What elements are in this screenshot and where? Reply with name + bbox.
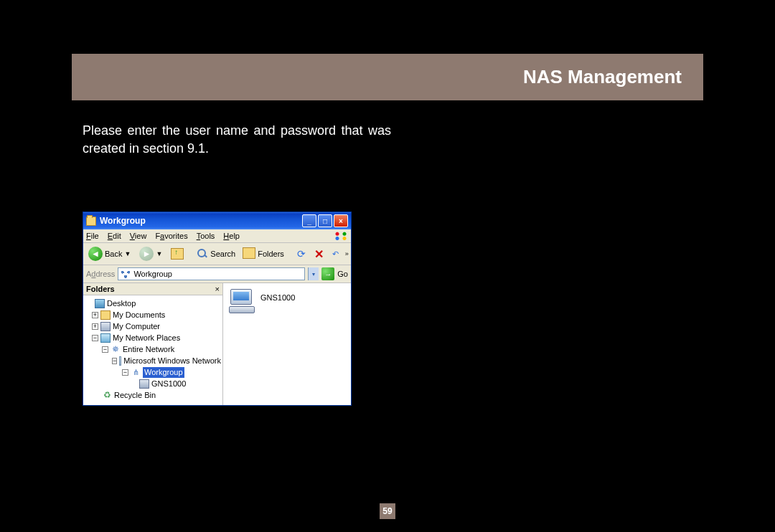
addressbar: Address Workgroup ▾ → Go — [83, 265, 351, 283]
window-title: Workgroup — [100, 216, 146, 226]
tree-label: Entire Network — [123, 344, 174, 355]
folder-icon — [100, 310, 111, 320]
tree-network-places[interactable]: − My Network Places — [85, 333, 221, 344]
forward-button[interactable]: ► ▼ — [137, 245, 164, 262]
folder-up-icon — [171, 248, 184, 260]
tree-recycle-bin[interactable]: ♻ Recycle Bin — [85, 390, 221, 402]
menu-tools[interactable]: Tools — [197, 232, 215, 240]
address-label: Address — [86, 270, 115, 278]
delete-icon: ✕ — [314, 247, 324, 261]
tree-label: GNS1000 — [151, 379, 186, 389]
tree-label: My Documents — [113, 310, 165, 320]
tree-label: Microsoft Windows Network — [123, 356, 221, 366]
collapse-icon[interactable]: − — [102, 346, 108, 353]
back-button[interactable]: ◄ Back ▼ — [86, 245, 133, 262]
tree-label: My Network Places — [113, 333, 180, 343]
toolbar: ◄ Back ▼ ► ▼ Search Folders ⟳ ✕ ↶ » — [83, 243, 351, 265]
page-title: NAS Management — [523, 66, 682, 88]
computer-large-icon[interactable] — [229, 289, 255, 313]
menu-file[interactable]: File — [86, 232, 99, 240]
back-icon: ◄ — [88, 247, 103, 261]
menu-edit[interactable]: Edit — [108, 232, 121, 240]
forward-icon: ► — [139, 247, 154, 261]
tree-label: Desktop — [107, 298, 136, 309]
windows-network-icon — [119, 356, 121, 366]
tree-ms-windows-network[interactable]: − Microsoft Windows Network — [85, 356, 221, 367]
address-value: Workgroup — [133, 270, 172, 278]
delete-button[interactable]: ✕ — [312, 246, 326, 262]
tree-gns1000[interactable]: GNS1000 — [85, 379, 221, 390]
tree-desktop[interactable]: Desktop — [85, 298, 221, 310]
tree-my-documents[interactable]: + My Documents — [85, 310, 221, 321]
folder-tree: Desktop + My Documents + My Computer − M… — [83, 295, 222, 404]
expand-icon[interactable]: + — [92, 323, 98, 330]
up-button[interactable] — [169, 247, 186, 261]
folders-pane-header: Folders × — [83, 283, 222, 295]
overflow-chevron-icon[interactable]: » — [345, 250, 349, 257]
close-button[interactable]: × — [334, 214, 348, 227]
maximize-button[interactable]: □ — [318, 214, 332, 227]
collapse-icon[interactable]: − — [122, 369, 128, 376]
folders-pane: Folders × Desktop + My Documents + My C — [83, 283, 223, 405]
menu-view[interactable]: View — [130, 232, 147, 240]
expand-icon[interactable]: + — [92, 312, 98, 318]
tree-label-selected: Workgroup — [143, 367, 184, 378]
network-places-icon — [100, 333, 111, 343]
content-pane[interactable]: GNS1000 — [223, 283, 351, 405]
folder-icon — [86, 217, 96, 226]
menu-favorites[interactable]: Favorites — [155, 232, 187, 240]
search-button[interactable]: Search — [194, 247, 238, 261]
tree-label: My Computer — [113, 321, 160, 332]
sync-button[interactable]: ⟳ — [295, 247, 308, 261]
page-number: 59 — [380, 503, 395, 519]
content-item-label[interactable]: GNS1000 — [260, 293, 295, 302]
computer-icon — [139, 379, 149, 389]
address-dropdown[interactable]: ▾ — [308, 267, 319, 280]
folders-label: Folders — [258, 250, 284, 258]
tree-label: Recycle Bin — [114, 390, 156, 401]
network-icon: ✵ — [111, 345, 121, 354]
collapse-icon[interactable]: − — [112, 358, 117, 364]
menu-help[interactable]: Help — [223, 232, 240, 240]
search-label: Search — [210, 250, 235, 258]
chevron-down-icon: ▼ — [124, 250, 131, 257]
go-button[interactable]: → — [321, 267, 334, 280]
search-icon — [197, 248, 208, 260]
recycle-bin-icon: ♻ — [102, 391, 112, 400]
instruction-text: Please enter the user name and password … — [83, 122, 391, 158]
collapse-icon[interactable]: − — [92, 335, 98, 341]
explorer-window: Workgroup _ □ × File Edit View Favorites… — [83, 212, 352, 406]
computer-icon — [100, 322, 111, 331]
back-label: Back — [105, 250, 122, 258]
undo-icon: ↶ — [332, 250, 339, 259]
desktop-icon — [95, 299, 105, 308]
folders-icon — [244, 249, 255, 259]
tree-workgroup[interactable]: − ⋔ Workgroup — [85, 367, 221, 379]
folders-pane-title: Folders — [86, 285, 115, 293]
folders-button[interactable]: Folders — [242, 247, 286, 260]
page-header: NAS Management — [72, 54, 703, 100]
workgroup-icon: ⋔ — [131, 368, 141, 377]
chevron-down-icon: ▼ — [156, 250, 162, 257]
workgroup-icon — [121, 270, 131, 278]
minimize-button[interactable]: _ — [302, 214, 316, 227]
client-area: Folders × Desktop + My Documents + My C — [83, 283, 351, 405]
titlebar[interactable]: Workgroup _ □ × — [83, 212, 351, 229]
sync-icon: ⟳ — [297, 248, 306, 260]
windows-flag-icon — [334, 231, 348, 241]
address-input[interactable]: Workgroup — [118, 267, 305, 280]
tree-entire-network[interactable]: − ✵ Entire Network — [85, 344, 221, 356]
close-pane-icon[interactable]: × — [215, 285, 220, 293]
go-label: Go — [337, 270, 348, 278]
undo-button[interactable]: ↶ — [330, 248, 341, 260]
menubar: File Edit View Favorites Tools Help — [83, 229, 351, 243]
tree-my-computer[interactable]: + My Computer — [85, 321, 221, 333]
